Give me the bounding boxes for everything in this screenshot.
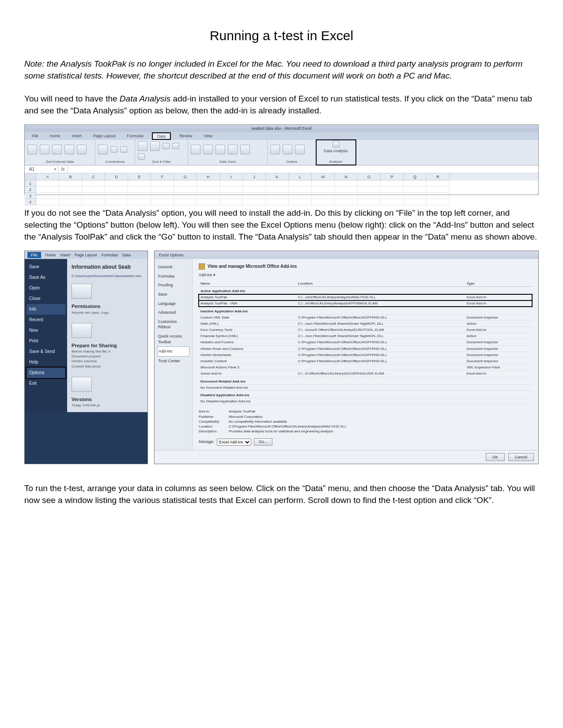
backstage-help[interactable]: Help <box>26 357 65 368</box>
backstage-close[interactable]: Close <box>26 293 65 304</box>
backstage-options[interactable]: Options <box>26 368 65 378</box>
options-side-trust-center[interactable]: Trust Center <box>157 356 189 366</box>
tab-view[interactable]: View <box>201 133 215 139</box>
addins-table: NameLocationType Active Application Add-… <box>199 281 532 405</box>
data-analysis-button[interactable]: Data Analysis <box>324 148 348 154</box>
tab-pagelayout[interactable]: Page Layout <box>91 133 118 139</box>
backstage-recent[interactable]: Recent <box>26 315 65 325</box>
addins-icon <box>199 263 205 270</box>
options-side-formulas[interactable]: Formulas <box>157 272 189 281</box>
options-side-quick-access-toolbar[interactable]: Quick Access Toolbar <box>157 332 189 346</box>
go-button[interactable]: Go... <box>254 438 272 446</box>
tab-insert[interactable]: Insert <box>69 133 85 139</box>
backstage-open[interactable]: Open <box>26 283 65 293</box>
options-side-customize-ribbon[interactable]: Customize Ribbon <box>157 317 189 332</box>
file-backstage-screenshot: File Home Insert Page Layout Formulas Da… <box>24 251 148 464</box>
options-side-general[interactable]: General <box>157 263 189 272</box>
data-analysis-icon <box>333 141 340 147</box>
group-analysis: Data Analysis Analysis <box>316 140 356 165</box>
info-heading: Information about Seab <box>72 263 143 271</box>
tab-review[interactable]: Review <box>177 133 195 139</box>
fx-icon[interactable]: fx <box>58 166 68 173</box>
options-side-save[interactable]: Save <box>157 290 189 299</box>
group-connections: Connections <box>95 140 135 165</box>
excel-ribbon-screenshot: seabird data.xlsx - Microsoft Excel File… <box>24 124 539 195</box>
backstage-print[interactable]: Print <box>26 336 65 346</box>
backstage-save[interactable]: Save <box>26 262 65 272</box>
ribbon-tabs: File Home Insert Page Layout Formulas Da… <box>25 132 538 140</box>
install-paragraph: If you do not see the “Data Analysis” op… <box>24 207 539 243</box>
ok-button[interactable]: OK <box>486 453 505 462</box>
run-paragraph: To run the t-test, arrange your data in … <box>24 483 539 506</box>
backstage-nav: SaveSave AsOpenCloseInfoRecentNewPrintSa… <box>25 259 67 412</box>
backstage-save-send[interactable]: Save & Send <box>26 346 65 357</box>
backstage-new[interactable]: New <box>26 325 65 336</box>
backstage-save-as[interactable]: Save As <box>26 272 65 283</box>
page-title: Running a t-test in Excel <box>24 26 539 45</box>
protect-workbook-button[interactable] <box>72 284 92 299</box>
name-box[interactable]: A1▾ <box>25 166 58 173</box>
group-get-external-data: Get External Data <box>25 140 95 165</box>
group-sort-filter: Sort & Filter <box>135 140 188 165</box>
options-side-advanced[interactable]: Advanced <box>157 308 189 317</box>
intro-paragraph: You will need to have the Data Analysis … <box>24 93 539 116</box>
addins-heading: View and manage Microsoft Office Add-ins <box>199 263 532 270</box>
tab-data[interactable]: Data <box>152 133 170 140</box>
excel-options-screenshot: Excel Options GeneralFormulasProofingSav… <box>154 251 539 464</box>
tab-home[interactable]: Home <box>47 133 63 139</box>
tab-file[interactable]: File <box>29 133 41 139</box>
note-text: Note: the Analysis TookPak is no longer … <box>24 58 539 82</box>
backstage-exit[interactable]: Exit <box>26 378 65 389</box>
backstage-info[interactable]: Info <box>26 304 65 315</box>
cancel-button[interactable]: Cancel <box>508 453 534 462</box>
options-side-language[interactable]: Language <box>157 299 189 308</box>
manage-select[interactable]: Excel Add-ins <box>217 439 251 446</box>
group-outline: Outline <box>268 140 316 165</box>
addin-details: Add-in:Analysis ToolPak Publisher:Micros… <box>199 409 532 434</box>
options-sidebar: GeneralFormulasProofingSaveLanguageAdvan… <box>155 259 193 450</box>
tab-formulas[interactable]: Formulas <box>125 133 147 139</box>
tab-file[interactable]: File <box>27 252 41 259</box>
check-issues-button[interactable] <box>72 323 92 338</box>
options-side-proofing[interactable]: Proofing <box>157 281 189 290</box>
options-side-add-ins[interactable]: Add-Ins <box>157 346 189 356</box>
window-title: seabird data.xlsx - Microsoft Excel <box>25 125 538 132</box>
group-data-tools: Data Tools <box>188 140 268 165</box>
manage-versions-button[interactable] <box>72 377 92 392</box>
dialog-title: Excel Options <box>155 251 538 259</box>
